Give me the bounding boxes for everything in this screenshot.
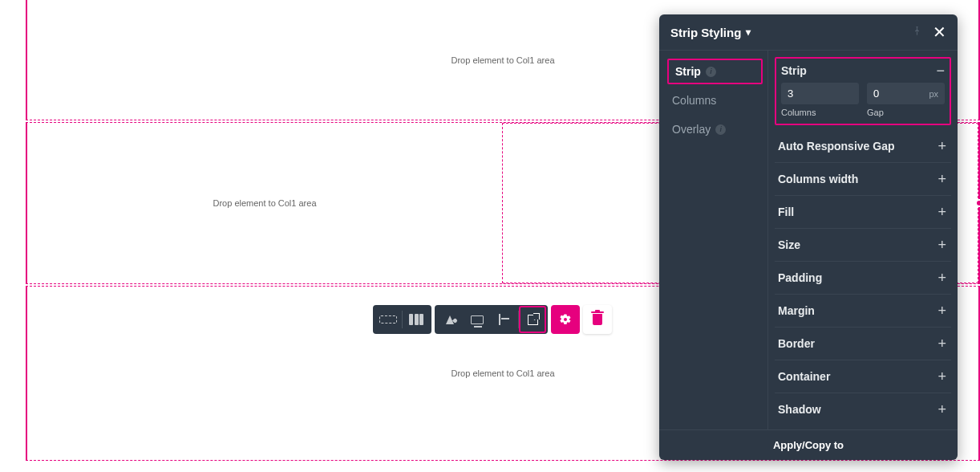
field-label: Gap (867, 108, 945, 117)
section-title: Strip (781, 64, 807, 77)
field-gap: px Gap (867, 83, 945, 117)
gap-unit: px (929, 89, 938, 99)
toolbar-align-button[interactable] (491, 307, 518, 332)
external-link-icon (528, 315, 538, 325)
toolbar-open-external-button[interactable] (519, 306, 546, 333)
info-icon[interactable]: i (706, 67, 716, 77)
section-title: Container (778, 370, 830, 383)
strip2-col1[interactable]: Drop element to Col1 area (27, 123, 502, 283)
section-header[interactable]: Columns width + (775, 163, 951, 195)
section-shadow: Shadow + (775, 393, 951, 425)
expand-icon[interactable]: + (937, 139, 946, 153)
section-title: Size (778, 238, 800, 251)
dropzone-label: Drop element to Col1 area (213, 198, 316, 208)
toolbar-columns-button[interactable] (403, 307, 430, 332)
collapse-icon[interactable]: − (936, 63, 945, 78)
panel-header: Strip Styling ▾ ✕ (659, 14, 958, 50)
toolbar-delete-button[interactable] (583, 305, 612, 334)
nav-label: Strip (675, 65, 701, 78)
toolbar-screen-button[interactable] (464, 307, 491, 332)
section-header[interactable]: Size + (775, 229, 951, 261)
section-title: Shadow (778, 403, 821, 416)
section-title: Border (778, 337, 815, 350)
section-title: Fill (778, 205, 794, 218)
expand-icon[interactable]: + (937, 369, 946, 384)
nav-label: Overlay (672, 123, 711, 136)
panel-title: Strip Styling (670, 26, 741, 39)
field-label: Columns (781, 108, 859, 117)
expand-icon[interactable]: + (937, 271, 946, 285)
expand-icon[interactable]: + (937, 238, 946, 252)
gear-icon (559, 313, 572, 326)
expand-icon[interactable]: + (937, 205, 946, 219)
section-columns-width: Columns width + (775, 163, 951, 196)
fill-icon (446, 315, 454, 324)
screen-icon (471, 315, 484, 324)
section-auto-responsive-gap: Auto Responsive Gap + (775, 130, 951, 163)
section-title: Auto Responsive Gap (778, 140, 894, 153)
section-container: Container + (775, 360, 951, 393)
strip-outline-icon (379, 315, 397, 323)
section-header[interactable]: Container + (775, 360, 951, 393)
apply-copy-to-button[interactable]: Apply/Copy to (659, 429, 958, 460)
toolbar-group-1 (373, 305, 431, 334)
section-border: Border + (775, 328, 951, 360)
toolbar-fill-button[interactable] (436, 307, 464, 332)
columns-icon (409, 314, 423, 325)
section-title: Columns width (778, 173, 858, 185)
panel-sections: Strip − Columns px (768, 51, 958, 429)
section-padding: Padding + (775, 262, 951, 295)
nav-item-overlay[interactable]: Overlay i (664, 116, 767, 142)
align-left-icon (499, 314, 510, 325)
chevron-down-icon[interactable]: ▾ (746, 26, 751, 38)
expand-icon[interactable]: + (937, 336, 946, 351)
section-header[interactable]: Fill + (775, 196, 951, 228)
section-strip: Strip − Columns px (775, 57, 951, 125)
trash-icon (593, 314, 602, 325)
toolbar-strip-outline-button[interactable] (375, 307, 402, 332)
element-toolbar (373, 305, 612, 334)
section-fill: Fill + (775, 196, 951, 229)
dropzone-label: Drop element to Col1 area (451, 55, 554, 65)
toolbar-settings-button[interactable] (551, 305, 580, 334)
section-size: Size + (775, 229, 951, 262)
nav-item-columns[interactable]: Columns (664, 87, 767, 113)
resize-handle-right[interactable] (975, 199, 980, 207)
panel-nav: Strip i Columns Overlay i (659, 51, 768, 429)
expand-icon[interactable]: + (937, 303, 946, 318)
section-title: Margin (778, 304, 815, 317)
nav-label: Columns (672, 94, 716, 107)
footer-label: Apply/Copy to (773, 439, 844, 451)
expand-icon[interactable]: + (937, 402, 946, 417)
nav-item-strip[interactable]: Strip i (667, 59, 763, 84)
field-columns: Columns (781, 83, 859, 117)
toolbar-group-2 (435, 305, 548, 334)
close-icon[interactable]: ✕ (933, 22, 946, 42)
strip-styling-panel: Strip Styling ▾ ✕ Strip i Columns Overla… (659, 14, 958, 460)
dropzone-label: Drop element to Col1 area (451, 368, 554, 378)
section-header[interactable]: Padding + (775, 262, 951, 294)
section-header[interactable]: Border + (775, 328, 951, 360)
section-header[interactable]: Margin + (775, 295, 951, 327)
expand-icon[interactable]: + (937, 172, 946, 186)
section-header[interactable]: Shadow + (775, 393, 951, 425)
section-title: Padding (778, 271, 822, 284)
section-margin: Margin + (775, 295, 951, 328)
info-icon[interactable]: i (715, 124, 726, 135)
pin-icon[interactable] (911, 25, 923, 39)
section-header-strip[interactable]: Strip − (776, 59, 950, 79)
section-header[interactable]: Auto Responsive Gap + (775, 130, 951, 162)
columns-input[interactable] (781, 83, 859, 104)
